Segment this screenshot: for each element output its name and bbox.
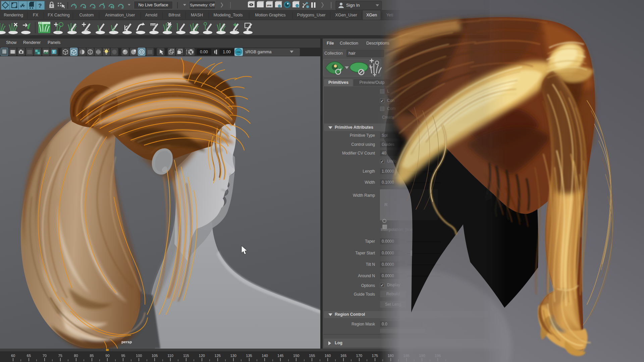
svg-text:sRGB gamma: sRGB gamma xyxy=(245,50,272,54)
svg-text:IPR: IPR xyxy=(267,4,272,7)
svg-text:Symmetry: Off: Symmetry: Off xyxy=(190,3,215,7)
svg-text:No Live Surface: No Live Surface xyxy=(139,3,168,7)
svg-text:0.00: 0.00 xyxy=(200,50,208,54)
svg-text:persp: persp xyxy=(121,340,132,344)
svg-text:1.00: 1.00 xyxy=(223,50,231,54)
svg-text:ON: ON xyxy=(236,51,240,54)
svg-text:T: T xyxy=(53,50,55,54)
svg-text:?: ? xyxy=(38,3,42,9)
